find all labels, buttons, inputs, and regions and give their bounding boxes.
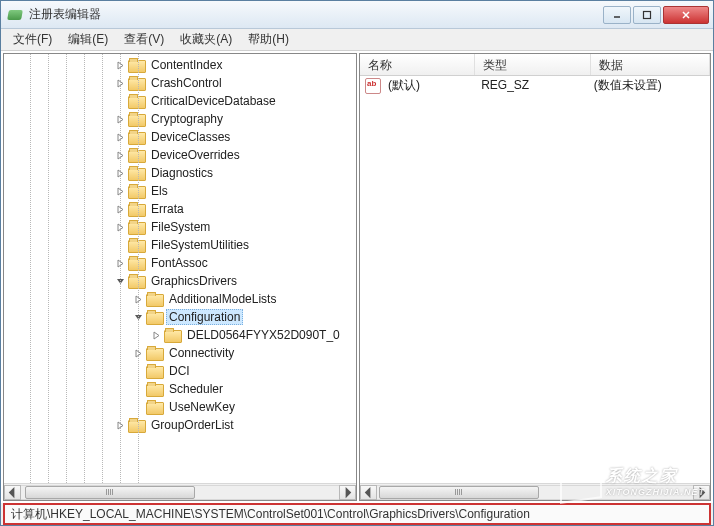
regedit-icon <box>7 7 23 23</box>
folder-icon <box>128 130 144 144</box>
tree-label: AdditionalModeLists <box>166 291 279 307</box>
scroll-thumb[interactable] <box>379 486 539 499</box>
folder-icon <box>128 220 144 234</box>
window-title: 注册表编辑器 <box>29 6 601 23</box>
tree-node-connectivity[interactable]: Connectivity <box>4 344 356 362</box>
folder-icon <box>128 94 144 108</box>
registry-editor-window: 注册表编辑器 文件(F)编辑(E)查看(V)收藏夹(A)帮助(H) Conten… <box>0 0 714 526</box>
menu-帮助[interactable]: 帮助(H) <box>240 29 297 50</box>
column-header[interactable]: 类型 <box>475 54 590 75</box>
tree-node-filesystemutilities[interactable]: FileSystemUtilities <box>4 236 356 254</box>
tree-node-criticaldevicedatabase[interactable]: CriticalDeviceDatabase <box>4 92 356 110</box>
tree-node-deviceoverrides[interactable]: DeviceOverrides <box>4 146 356 164</box>
svg-marker-21 <box>346 486 352 497</box>
folder-icon <box>128 148 144 162</box>
tree-node-configuration[interactable]: Configuration <box>4 308 356 326</box>
tree-guide-line <box>30 54 31 483</box>
tree-node-deviceclasses[interactable]: DeviceClasses <box>4 128 356 146</box>
tree-label: Connectivity <box>166 345 237 361</box>
scroll-track[interactable] <box>21 485 339 500</box>
folder-icon <box>128 184 144 198</box>
folder-icon <box>146 310 162 324</box>
folder-icon <box>146 382 162 396</box>
tree-node-contentindex[interactable]: ContentIndex <box>4 56 356 74</box>
tree-node-additionalmodelists[interactable]: AdditionalModeLists <box>4 290 356 308</box>
column-header[interactable]: 数据 <box>591 54 710 75</box>
values-pane[interactable]: 名称类型数据 (默认)REG_SZ(数值未设置) <box>359 53 711 501</box>
tree-label: FontAssoc <box>148 255 211 271</box>
tree-node-filesystem[interactable]: FileSystem <box>4 218 356 236</box>
tree-guide-line <box>48 54 49 483</box>
tree-node-scheduler[interactable]: Scheduler <box>4 380 356 398</box>
tree-label: CrashControl <box>148 75 225 91</box>
string-value-icon <box>364 77 380 93</box>
tree-hscrollbar[interactable] <box>4 483 356 500</box>
tree-label: ContentIndex <box>148 57 225 73</box>
tree-label: Cryptography <box>148 111 226 127</box>
content-area: ContentIndexCrashControlCriticalDeviceDa… <box>1 51 713 503</box>
folder-icon <box>128 58 144 72</box>
menubar: 文件(F)编辑(E)查看(V)收藏夹(A)帮助(H) <box>1 29 713 51</box>
svg-marker-17 <box>154 332 159 339</box>
tree-label: FileSystem <box>148 219 213 235</box>
folder-icon <box>128 76 144 90</box>
tree-label: FileSystemUtilities <box>148 237 252 253</box>
tree-guide-line <box>66 54 67 483</box>
registry-tree[interactable]: ContentIndexCrashControlCriticalDeviceDa… <box>4 54 356 483</box>
scroll-track[interactable] <box>377 485 693 500</box>
menu-文件[interactable]: 文件(F) <box>5 29 60 50</box>
tree-node-cryptography[interactable]: Cryptography <box>4 110 356 128</box>
tree-node-fontassoc[interactable]: FontAssoc <box>4 254 356 272</box>
tree-guide-line <box>102 54 103 483</box>
window-controls <box>601 6 709 24</box>
tree-label: Configuration <box>166 309 243 325</box>
scroll-left-button[interactable] <box>4 485 21 500</box>
menu-查看[interactable]: 查看(V) <box>116 29 172 50</box>
tree-node-dci[interactable]: DCI <box>4 362 356 380</box>
value-name: (默认) <box>384 77 477 94</box>
values-hscrollbar[interactable] <box>360 483 710 500</box>
tree-node-graphicsdrivers[interactable]: GraphicsDrivers <box>4 272 356 290</box>
maximize-button[interactable] <box>633 6 661 24</box>
tree-node-usenewkey[interactable]: UseNewKey <box>4 398 356 416</box>
expander-closed-icon[interactable] <box>150 329 162 341</box>
titlebar[interactable]: 注册表编辑器 <box>1 1 713 29</box>
tree-pane[interactable]: ContentIndexCrashControlCriticalDeviceDa… <box>3 53 357 501</box>
tree-node-deld0564fyyx52d090t_0[interactable]: DELD0564FYYX52D090T_0 <box>4 326 356 344</box>
value-type: REG_SZ <box>477 78 590 92</box>
values-list[interactable]: (默认)REG_SZ(数值未设置) <box>360 76 710 483</box>
tree-node-diagnostics[interactable]: Diagnostics <box>4 164 356 182</box>
folder-icon <box>128 202 144 216</box>
menu-编辑[interactable]: 编辑(E) <box>60 29 116 50</box>
tree-label: DeviceClasses <box>148 129 233 145</box>
folder-icon <box>146 400 162 414</box>
tree-label: Scheduler <box>166 381 226 397</box>
column-header[interactable]: 名称 <box>360 54 475 75</box>
minimize-button[interactable] <box>603 6 631 24</box>
tree-guide-line <box>138 54 139 483</box>
scroll-right-button[interactable] <box>339 485 356 500</box>
folder-icon <box>128 166 144 180</box>
tree-node-grouporderlist[interactable]: GroupOrderList <box>4 416 356 434</box>
folder-icon <box>146 292 162 306</box>
scroll-right-button[interactable] <box>693 485 710 500</box>
tree-label: Diagnostics <box>148 165 216 181</box>
tree-node-els[interactable]: Els <box>4 182 356 200</box>
tree-guide-line <box>120 54 121 483</box>
scroll-thumb[interactable] <box>25 486 195 499</box>
svg-marker-23 <box>700 486 706 497</box>
value-row[interactable]: (默认)REG_SZ(数值未设置) <box>360 76 710 94</box>
tree-label: UseNewKey <box>166 399 238 415</box>
values-header[interactable]: 名称类型数据 <box>360 54 710 76</box>
tree-node-errata[interactable]: Errata <box>4 200 356 218</box>
menu-收藏夹[interactable]: 收藏夹(A) <box>172 29 240 50</box>
tree-node-crashcontrol[interactable]: CrashControl <box>4 74 356 92</box>
tree-label: Errata <box>148 201 187 217</box>
folder-icon <box>128 274 144 288</box>
scroll-left-button[interactable] <box>360 485 377 500</box>
tree-label: DeviceOverrides <box>148 147 243 163</box>
tree-label: CriticalDeviceDatabase <box>148 93 279 109</box>
svg-marker-20 <box>9 486 15 497</box>
close-button[interactable] <box>663 6 709 24</box>
folder-icon <box>128 112 144 126</box>
